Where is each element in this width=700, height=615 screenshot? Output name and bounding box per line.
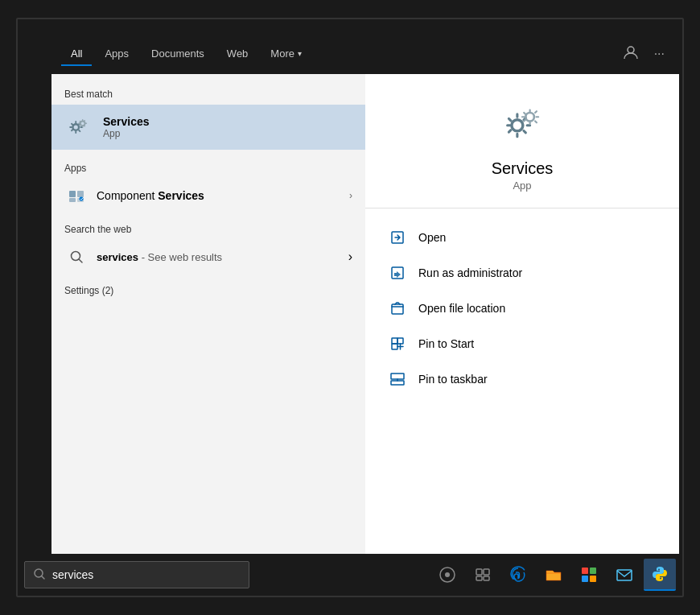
action-open[interactable]: Open xyxy=(385,221,660,254)
svg-point-23 xyxy=(445,572,450,577)
svg-rect-30 xyxy=(582,576,588,582)
tab-apps[interactable]: Apps xyxy=(95,43,138,66)
svg-rect-27 xyxy=(484,576,489,580)
tab-web[interactable]: Web xyxy=(217,43,258,66)
svg-rect-17 xyxy=(392,344,397,349)
svg-point-0 xyxy=(628,47,634,53)
nav-icons: ··· xyxy=(619,42,669,66)
action-pin-taskbar[interactable]: Pin to taskbar xyxy=(385,363,660,395)
component-services-label: Component Services xyxy=(97,189,349,202)
svg-rect-25 xyxy=(484,569,489,575)
svg-line-21 xyxy=(42,576,45,579)
svg-point-11 xyxy=(525,113,534,122)
run-admin-icon xyxy=(388,263,407,283)
svg-point-7 xyxy=(80,197,84,201)
edge-browser-icon[interactable] xyxy=(502,559,534,591)
svg-rect-4 xyxy=(77,191,84,197)
action-pin-start[interactable]: Pin to Start xyxy=(385,328,660,360)
best-match-label: Best match xyxy=(51,84,365,103)
app-detail-name: Services xyxy=(492,159,554,178)
taskbar-icons xyxy=(431,559,676,591)
file-location-icon xyxy=(388,299,407,318)
svg-rect-28 xyxy=(582,568,588,574)
component-services-icon xyxy=(64,184,89,208)
svg-rect-15 xyxy=(392,338,397,344)
taskbar-search-box[interactable] xyxy=(24,561,249,588)
taskbar xyxy=(18,554,682,596)
nav-bar: All Apps Documents Web More ▾ xyxy=(51,34,679,74)
svg-rect-3 xyxy=(69,191,76,197)
action-run-admin[interactable]: Run as administrator xyxy=(385,257,660,289)
component-services-item[interactable]: Component Services › xyxy=(51,177,365,214)
app-actions: Open Run as administrator xyxy=(365,208,679,408)
person-icon[interactable] xyxy=(619,42,643,66)
web-search-label: Search the web xyxy=(51,219,365,238)
chevron-right-icon: › xyxy=(349,190,352,201)
right-panel: Services App Open xyxy=(365,74,679,573)
best-match-item[interactable]: Services App xyxy=(51,105,365,150)
svg-rect-31 xyxy=(590,576,596,582)
svg-point-10 xyxy=(512,120,523,131)
apps-section: Apps xyxy=(51,158,365,214)
best-match-type: App xyxy=(103,128,150,139)
web-search-item[interactable]: services - See web results › xyxy=(51,238,365,275)
left-panel: Best match Services xyxy=(51,74,365,573)
svg-rect-14 xyxy=(392,304,403,314)
chevron-down-icon: ▾ xyxy=(298,49,302,58)
action-open-label: Open xyxy=(418,231,446,244)
best-match-name: Services xyxy=(103,115,150,128)
pin-start-icon xyxy=(388,334,407,353)
svg-rect-29 xyxy=(590,568,596,574)
action-run-admin-label: Run as administrator xyxy=(418,266,522,279)
settings-label: Settings (2) xyxy=(51,280,365,299)
svg-point-1 xyxy=(72,124,79,130)
action-file-location-label: Open file location xyxy=(418,302,505,315)
web-search-text: services - See web results xyxy=(97,251,348,263)
best-match-text: Services App xyxy=(103,115,150,139)
task-view-button[interactable] xyxy=(467,559,499,591)
app-detail-type: App xyxy=(513,180,531,192)
tab-more[interactable]: More ▾ xyxy=(261,43,311,66)
tab-all[interactable]: All xyxy=(61,43,92,66)
svg-rect-26 xyxy=(476,576,482,580)
svg-rect-24 xyxy=(476,569,482,575)
app-detail-icon xyxy=(496,98,548,150)
web-section: Search the web services - See web result… xyxy=(51,219,365,275)
settings-section: Settings (2) xyxy=(51,280,365,299)
web-search-icon xyxy=(64,245,89,269)
taskbar-search-icon xyxy=(33,568,46,583)
svg-rect-16 xyxy=(397,338,403,344)
web-chevron-icon: › xyxy=(348,250,352,264)
svg-line-9 xyxy=(79,259,82,262)
action-open-file-location[interactable]: Open file location xyxy=(385,292,660,324)
apps-label: Apps xyxy=(51,158,365,177)
more-options-icon[interactable]: ··· xyxy=(649,43,669,64)
search-menu: All Apps Documents Web More ▾ xyxy=(51,34,679,573)
file-explorer-icon[interactable] xyxy=(537,559,570,591)
windows-start-button[interactable] xyxy=(431,559,463,591)
svg-rect-32 xyxy=(617,570,632,580)
main-content: Best match Services xyxy=(51,74,679,573)
python-icon[interactable] xyxy=(644,559,676,591)
taskbar-search-input[interactable] xyxy=(52,568,229,581)
services-app-icon xyxy=(64,113,93,142)
app-detail-header: Services App xyxy=(365,74,679,208)
tab-documents[interactable]: Documents xyxy=(142,43,214,66)
action-pin-taskbar-label: Pin to taskbar xyxy=(418,373,488,386)
svg-rect-18 xyxy=(391,374,404,379)
mail-icon[interactable] xyxy=(608,559,640,591)
open-icon xyxy=(388,228,407,247)
action-pin-start-label: Pin to Start xyxy=(418,337,474,350)
svg-rect-5 xyxy=(69,198,76,202)
pin-taskbar-icon xyxy=(388,369,407,389)
microsoft-store-icon[interactable] xyxy=(573,559,605,591)
